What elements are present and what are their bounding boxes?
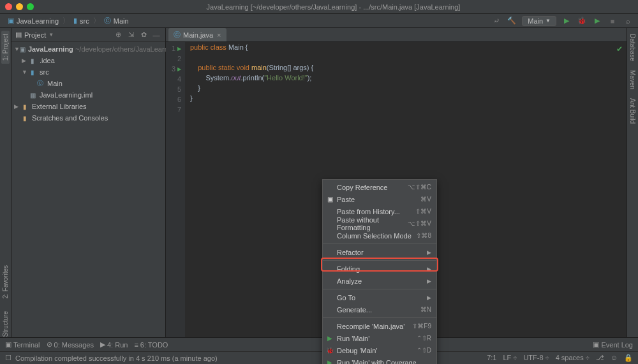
favorites-tool-tab[interactable]: 2: Favorites xyxy=(1,262,10,302)
editor-context-menu: Copy Reference⌥⇧⌘C ▣Paste⌘V Paste from H… xyxy=(322,179,437,364)
close-tab-icon[interactable]: × xyxy=(217,31,221,39)
lock-icon[interactable]: 🔒 xyxy=(624,354,633,362)
menu-paste[interactable]: ▣Paste⌘V xyxy=(323,193,436,205)
window-title: JavaLearning [~/developer/others/JavaLea… xyxy=(34,3,633,11)
window-controls xyxy=(5,3,34,10)
run-icon[interactable]: ▶ xyxy=(561,16,572,26)
project-tool-tab[interactable]: 1: Project xyxy=(1,31,10,64)
menu-column-selection[interactable]: Column Selection Mode⇧⌘8 xyxy=(323,229,436,242)
database-tool-tab[interactable]: Database xyxy=(628,31,637,64)
debug-icon[interactable]: 🐞 xyxy=(577,16,587,26)
close-window[interactable] xyxy=(5,3,12,10)
titlebar: JavaLearning [~/developer/others/JavaLea… xyxy=(0,0,638,14)
menu-goto[interactable]: Go To▶ xyxy=(323,291,436,303)
tree-idea[interactable]: ▶▮.idea xyxy=(11,55,165,66)
project-tree: ▼▣JavaLearning ~/developer/others/JavaLe… xyxy=(11,42,165,125)
breadcrumb-sep: 〉 xyxy=(63,16,70,25)
tree-iml[interactable]: ▦JavaLearning.iml xyxy=(11,89,165,101)
breadcrumb-root[interactable]: ▣JavaLearning xyxy=(5,17,61,25)
run-gutter-icon[interactable]: ▶ xyxy=(177,46,181,52)
tree-main[interactable]: ⓒMain xyxy=(11,78,165,89)
java-file-icon: ⓒ xyxy=(174,30,181,40)
menu-generate[interactable]: Generate...⌘N xyxy=(323,303,436,316)
maximize-window[interactable] xyxy=(27,3,34,10)
menu-copy-reference[interactable]: Copy Reference⌥⇧⌘C xyxy=(323,181,436,193)
coverage-icon: ▶ xyxy=(326,359,334,364)
coverage-icon[interactable]: ▶ xyxy=(592,16,602,26)
breadcrumb-file[interactable]: ⓒMain xyxy=(101,16,131,25)
menu-recompile[interactable]: Recompile 'Main.java'⇧⌘F9 xyxy=(323,320,436,332)
chevron-right-icon: ▶ xyxy=(427,266,431,272)
sidebar-title: Project xyxy=(24,31,46,39)
tool-window-bar: ▣ Terminal ⊘ 0: Messages ▶ 4: Run ≡ 6: T… xyxy=(0,337,638,351)
menu-refactor[interactable]: Refactor▶ xyxy=(323,246,436,258)
run-gutter-icon[interactable]: ▶ xyxy=(177,66,181,72)
tree-root[interactable]: ▼▣JavaLearning ~/developer/others/JavaLe… xyxy=(11,43,165,55)
editor-gutter: 1▶ 2 3▶ 4 5 6 7 xyxy=(166,42,185,351)
messages-tab[interactable]: ⊘ 0: Messages xyxy=(47,340,94,349)
minimize-window[interactable] xyxy=(16,3,23,10)
tree-external[interactable]: ▶▮External Libraries xyxy=(11,101,165,112)
menu-separator xyxy=(323,244,436,244)
tree-src[interactable]: ▼▮src xyxy=(11,66,165,78)
chevron-right-icon: ▶ xyxy=(427,278,431,284)
menu-analyze[interactable]: Analyze▶ xyxy=(323,275,436,287)
menu-paste-no-format[interactable]: Paste without Formatting⌥⇧⌘V xyxy=(323,217,436,229)
git-branch-icon[interactable]: ⎇ xyxy=(596,354,604,362)
debug-icon: 🐞 xyxy=(326,347,334,354)
inspection-ok-icon[interactable]: ✔ xyxy=(616,45,623,54)
run-tab[interactable]: ▶ 4: Run xyxy=(100,340,128,349)
run-icon: ▶ xyxy=(326,335,334,342)
menu-separator xyxy=(323,289,436,289)
navigation-bar: ▣JavaLearning 〉 ▮src 〉 ⓒMain ⤾ 🔨 Main▼ ▶… xyxy=(0,14,638,28)
maven-tool-tab[interactable]: Maven xyxy=(628,67,637,92)
status-message: Compilation completed successfully in 4 … xyxy=(15,354,218,362)
tab-main[interactable]: ⓒ Main.java × xyxy=(168,28,226,41)
chevron-right-icon: ▶ xyxy=(427,249,431,256)
menu-folding[interactable]: Folding▶ xyxy=(323,263,436,275)
locate-icon[interactable]: ⊕ xyxy=(113,30,123,40)
run-config-selector[interactable]: Main▼ xyxy=(522,16,556,26)
project-sidebar: ▤ Project ▼ ⊕ ⇲ ✿ — ▼▣JavaLearning ~/dev… xyxy=(11,28,166,351)
inspector-icon[interactable]: ☺ xyxy=(611,354,618,362)
stop-icon[interactable]: ■ xyxy=(607,16,618,26)
caret-position[interactable]: 7:1 xyxy=(487,354,496,362)
breadcrumb-src[interactable]: ▮src xyxy=(71,17,92,25)
status-bar: ☐ Compilation completed successfully in … xyxy=(0,351,638,364)
settings-icon[interactable]: ✿ xyxy=(138,30,149,40)
indent-setting[interactable]: 4 spaces ÷ xyxy=(556,354,590,362)
left-tool-strip: 1: Project 2: Favorites 7: Structure xyxy=(0,28,11,351)
right-tool-strip: Database Maven Ant Build xyxy=(627,28,638,351)
menu-debug-main[interactable]: 🐞Debug 'Main'⌃⇧D xyxy=(323,344,436,356)
breadcrumb-sep: 〉 xyxy=(93,16,100,25)
file-encoding[interactable]: UTF-8 ÷ xyxy=(523,354,549,362)
build-icon[interactable]: 🔨 xyxy=(507,16,517,26)
editor-tabs: ⓒ Main.java × xyxy=(166,28,627,42)
tree-scratches[interactable]: ▮Scratches and Consoles xyxy=(11,112,165,124)
search-icon[interactable]: ⌕ xyxy=(623,16,633,26)
hide-icon[interactable]: — xyxy=(151,30,161,40)
ant-tool-tab[interactable]: Ant Build xyxy=(628,95,637,127)
code-content[interactable]: public class Main { public static void m… xyxy=(185,42,313,351)
menu-coverage[interactable]: ▶Run 'Main' with Coverage xyxy=(323,356,436,364)
terminal-tab[interactable]: ▣ Terminal xyxy=(5,340,40,349)
menu-separator xyxy=(323,260,436,261)
paste-icon: ▣ xyxy=(326,196,334,203)
ide-status-icon[interactable]: ☐ xyxy=(5,354,11,362)
collapse-icon[interactable]: ⇲ xyxy=(126,30,136,40)
tab-label: Main.java xyxy=(183,31,213,39)
event-log-tab[interactable]: ▣ Event Log xyxy=(593,340,633,349)
sync-icon[interactable]: ⤾ xyxy=(491,16,501,26)
menu-separator xyxy=(323,317,436,318)
line-ending[interactable]: LF ÷ xyxy=(503,354,517,362)
todo-tab[interactable]: ≡ 6: TODO xyxy=(134,341,168,349)
menu-run-main[interactable]: ▶Run 'Main'⌃⇧R xyxy=(323,332,436,344)
chevron-right-icon: ▶ xyxy=(427,295,431,301)
